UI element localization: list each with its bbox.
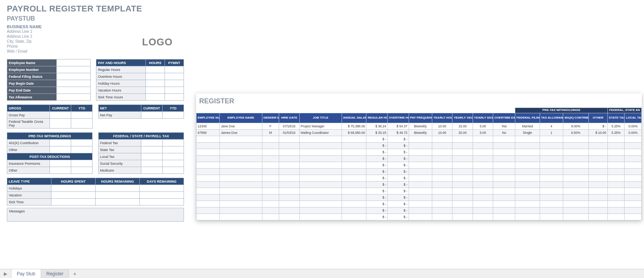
register-cell[interactable]: 4: [540, 123, 563, 130]
register-cell[interactable]: [197, 169, 220, 175]
register-cell[interactable]: [607, 136, 625, 143]
register-cell[interactable]: [625, 149, 642, 156]
register-cell[interactable]: [262, 169, 279, 175]
register-cell[interactable]: [262, 143, 279, 149]
register-cell[interactable]: [299, 194, 342, 201]
register-cell[interactable]: [342, 156, 366, 162]
register-cell[interactable]: [452, 175, 473, 182]
register-cell[interactable]: [473, 156, 493, 162]
register-cell[interactable]: [493, 188, 515, 194]
register-cell[interactable]: 1: [540, 130, 563, 136]
register-cell[interactable]: [299, 162, 342, 169]
register-cell[interactable]: [342, 182, 366, 188]
payhours-cell[interactable]: [165, 66, 184, 73]
register-cell[interactable]: [625, 214, 642, 220]
register-cell[interactable]: [588, 214, 607, 220]
register-cell[interactable]: [262, 188, 279, 194]
register-cell[interactable]: $ -: [388, 207, 409, 214]
register-cell[interactable]: [540, 175, 563, 182]
register-cell[interactable]: Biweekly: [409, 123, 432, 130]
register-cell[interactable]: [473, 207, 493, 214]
register-cell[interactable]: [515, 201, 540, 207]
register-cell[interactable]: [452, 136, 473, 143]
register-cell[interactable]: $ 54.37: [388, 123, 409, 130]
gross-cell[interactable]: [50, 112, 71, 119]
register-cell[interactable]: [540, 162, 563, 169]
register-cell[interactable]: [493, 194, 515, 201]
register-cell[interactable]: [563, 182, 588, 188]
register-cell[interactable]: [588, 143, 607, 149]
register-cell[interactable]: [299, 175, 342, 182]
register-cell[interactable]: [493, 214, 515, 220]
register-cell[interactable]: [540, 207, 563, 214]
register-cell[interactable]: [279, 162, 299, 169]
pretax-cell[interactable]: [71, 146, 93, 153]
register-cell[interactable]: [220, 182, 262, 188]
payhours-cell[interactable]: [146, 73, 165, 80]
register-cell[interactable]: [342, 207, 366, 214]
register-cell[interactable]: [540, 214, 563, 220]
register-cell[interactable]: [452, 207, 473, 214]
register-cell[interactable]: $ -: [388, 182, 409, 188]
register-cell[interactable]: [432, 182, 452, 188]
fsp-cell[interactable]: [162, 146, 184, 153]
register-cell[interactable]: [563, 162, 588, 169]
fsp-cell[interactable]: [141, 160, 162, 167]
fsp-cell[interactable]: [162, 140, 184, 146]
register-cell[interactable]: $ -: [366, 207, 388, 214]
register-cell[interactable]: [279, 207, 299, 214]
register-cell[interactable]: [607, 169, 625, 175]
register-cell[interactable]: [493, 207, 515, 214]
register-cell[interactable]: [299, 188, 342, 194]
register-cell[interactable]: Married: [515, 123, 540, 130]
register-cell[interactable]: [432, 207, 452, 214]
register-cell[interactable]: [409, 182, 432, 188]
register-cell[interactable]: [299, 136, 342, 143]
register-cell[interactable]: [625, 188, 642, 194]
register-cell[interactable]: 01/03/10: [279, 130, 299, 136]
register-cell[interactable]: [473, 182, 493, 188]
pretax-cell[interactable]: [50, 140, 71, 146]
fsp-cell[interactable]: [141, 167, 162, 174]
register-cell[interactable]: [515, 207, 540, 214]
register-cell[interactable]: $ -: [388, 143, 409, 149]
register-cell[interactable]: [220, 188, 262, 194]
register-cell[interactable]: [299, 156, 342, 162]
leave-cell[interactable]: [51, 199, 96, 206]
register-cell[interactable]: [262, 201, 279, 207]
register-cell[interactable]: $ -: [388, 175, 409, 182]
register-cell[interactable]: [279, 169, 299, 175]
register-cell[interactable]: 0.00%: [625, 123, 642, 130]
register-cell[interactable]: [563, 156, 588, 162]
register-cell[interactable]: [279, 214, 299, 220]
register-cell[interactable]: [220, 214, 262, 220]
payhours-cell[interactable]: [146, 94, 165, 101]
leave-cell[interactable]: [51, 192, 96, 199]
payhours-cell[interactable]: [165, 73, 184, 80]
register-cell[interactable]: [515, 175, 540, 182]
register-cell[interactable]: $ -: [366, 194, 388, 201]
emp-field-value[interactable]: [56, 73, 91, 80]
register-cell[interactable]: $ -: [366, 214, 388, 220]
posttax-cell[interactable]: [50, 160, 71, 167]
register-cell[interactable]: [432, 156, 452, 162]
register-cell[interactable]: [452, 214, 473, 220]
register-cell[interactable]: [279, 194, 299, 201]
register-cell[interactable]: [563, 136, 588, 143]
register-cell[interactable]: [342, 188, 366, 194]
register-cell[interactable]: [588, 136, 607, 143]
emp-field-value[interactable]: [56, 80, 91, 87]
register-cell[interactable]: [563, 188, 588, 194]
register-cell[interactable]: [588, 156, 607, 162]
register-cell[interactable]: 12345: [197, 123, 220, 130]
register-cell[interactable]: [279, 156, 299, 162]
register-cell[interactable]: James Doe: [220, 130, 262, 136]
register-cell[interactable]: Mailing Coordinator: [299, 130, 342, 136]
register-cell[interactable]: [409, 162, 432, 169]
gross-cell[interactable]: [50, 119, 71, 129]
register-cell[interactable]: [563, 149, 588, 156]
register-cell[interactable]: [563, 143, 588, 149]
register-cell[interactable]: [452, 156, 473, 162]
register-cell[interactable]: 15.00: [452, 123, 473, 130]
register-cell[interactable]: [588, 194, 607, 201]
